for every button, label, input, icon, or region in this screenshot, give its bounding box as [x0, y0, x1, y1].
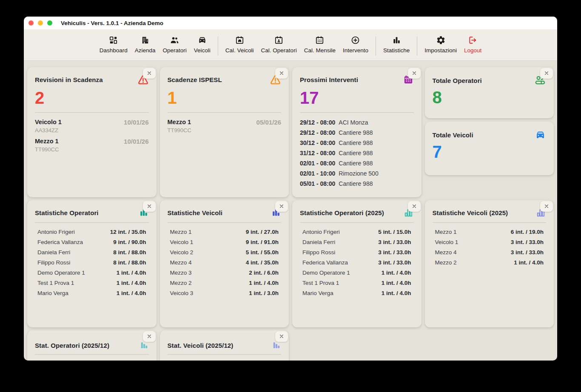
calendar-vehicle-icon	[235, 35, 245, 45]
stats-list: Antonio Frigeri5 int. / 15.0h Daniela Fe…	[300, 227, 414, 298]
toolbar-item-logout[interactable]: Logout	[464, 35, 481, 60]
close-icon	[279, 203, 284, 210]
close-card-button[interactable]	[275, 331, 288, 342]
card-scadenze-ispesl: Scadenze ISPESL 1 Mezzo 1TT990CC 05/01/2…	[160, 67, 289, 197]
toolbar-item-label: Logout	[464, 47, 481, 54]
stat-row: Filippo Rossi3 int. / 33.0h	[302, 247, 411, 258]
toolbar-item-operatori[interactable]: Operatori	[162, 35, 186, 60]
toolbar-item-cal-mensile[interactable]: Cal. Mensile	[304, 35, 336, 60]
close-icon	[279, 333, 284, 340]
divider	[168, 354, 282, 355]
card-title: Statistiche Veicoli	[168, 209, 222, 216]
close-card-button[interactable]	[143, 68, 156, 79]
stat-row: Mezzo 32 int. / 6.0h	[170, 268, 279, 278]
close-card-button[interactable]	[275, 68, 288, 79]
toolbar-item-label: Azienda	[135, 47, 156, 54]
stat-row: Mezzo 43 int. / 33.0h	[435, 247, 544, 258]
card-stat-veicoli-mese: Stat. Veicoli (2025/12)	[160, 330, 289, 361]
interventi-list: 29/12 - 08:00ACI Monza 29/12 - 08:00Cant…	[300, 117, 414, 189]
card-count: 17	[300, 90, 414, 106]
close-card-button[interactable]	[143, 331, 156, 342]
close-icon	[544, 70, 549, 77]
toolbar-divider	[417, 37, 417, 56]
totals-stack: Totale Operatori 8 Totale Veicoli 7	[425, 67, 554, 197]
toolbar: DashboardAziendaOperatoriVeicoliCal. Vei…	[24, 29, 557, 61]
card-title: Revisioni in Scadenza	[35, 76, 103, 83]
card-statistiche-veicoli-2025: Statistiche Veicoli (2025) Mezzo 16 int.…	[425, 200, 554, 327]
close-icon	[279, 70, 284, 77]
stat-row: Mezzo 19 int. / 27.0h	[170, 227, 279, 237]
divider	[35, 112, 149, 113]
toolbar-item-cal-veicoli[interactable]: Cal. Veicoli	[225, 35, 254, 60]
vehicle-icon	[197, 35, 207, 45]
building-icon	[140, 35, 150, 45]
vehicle-row: Veicolo 1AA334ZZ 10/01/26	[35, 119, 149, 134]
divider	[300, 222, 414, 223]
toolbar-item-label: Cal. Veicoli	[225, 47, 254, 54]
card-title: Totale Veicoli	[433, 131, 473, 139]
close-card-button[interactable]	[275, 201, 288, 212]
vehicle-list: Veicolo 1AA334ZZ 10/01/26 Mezzo 1TT990CC…	[35, 119, 149, 153]
vehicle-row: Mezzo 1TT990CC 05/01/26	[168, 119, 282, 134]
card-title: Prossimi Interventi	[300, 76, 358, 83]
toolbar-item-label: Operatori	[162, 47, 186, 54]
divider	[168, 222, 282, 223]
close-icon	[147, 333, 151, 340]
card-title: Statistiche Veicoli (2025)	[433, 209, 508, 216]
card-title: Stat. Operatori (2025/12)	[35, 342, 109, 349]
calendar-operator-icon	[274, 35, 284, 45]
intervento-row: 31/12 - 08:00Cantiere 988	[300, 148, 414, 158]
stat-row: Test 1 Prova 11 int. / 4.0h	[37, 278, 146, 288]
stat-row: Demo Operatore 11 int. / 4.0h	[37, 268, 146, 278]
stats-list: Mezzo 19 int. / 27.0h Veicolo 19 int. / …	[168, 227, 282, 298]
stat-row: Veicolo 19 int. / 91.0h	[170, 237, 279, 247]
toolbar-item-label: Veicoli	[194, 47, 211, 54]
toolbar-item-statistiche[interactable]: Statistiche	[383, 35, 410, 60]
close-window-button[interactable]	[28, 20, 34, 26]
toolbar-item-veicoli[interactable]: Veicoli	[194, 35, 211, 60]
close-card-button[interactable]	[408, 201, 421, 212]
intervento-row: 29/12 - 08:00Cantiere 988	[300, 128, 414, 138]
minimize-window-button[interactable]	[38, 20, 43, 26]
stat-row: Daniela Ferri3 int. / 33.0h	[302, 237, 411, 247]
bar-chart-icon	[272, 341, 281, 350]
card-totale-veicoli: Totale Veicoli 7	[425, 122, 554, 175]
stat-row: Veicolo 31 int. / 3.0h	[170, 288, 279, 298]
toolbar-item-label: Intervento	[343, 47, 368, 54]
close-card-button[interactable]	[540, 201, 553, 212]
stat-row: Antonio Frigeri12 int. / 35.0h	[37, 227, 146, 237]
toolbar-item-label: Cal. Mensile	[304, 47, 336, 54]
card-count: 1	[168, 90, 282, 106]
stat-row: Mezzo 21 int. / 4.0h	[435, 258, 544, 268]
toolbar-item-azienda[interactable]: Azienda	[135, 35, 156, 60]
toolbar-item-impostazioni[interactable]: Impostazioni	[424, 35, 457, 60]
card-title: Stat. Veicoli (2025/12)	[168, 342, 234, 349]
stat-row: Mezzo 16 int. / 19.0h	[435, 227, 544, 237]
card-count: 2	[35, 90, 149, 106]
card-statistiche-operatori-2025: Statistiche Operatori (2025) Antonio Fri…	[292, 200, 422, 327]
calendar-month-icon	[315, 35, 325, 45]
close-card-button[interactable]	[408, 68, 421, 79]
card-title: Statistiche Operatori (2025)	[300, 209, 384, 216]
toolbar-item-label: Cal. Operatori	[261, 47, 297, 54]
close-icon	[412, 203, 416, 210]
card-count: 8	[433, 89, 547, 105]
close-card-button[interactable]	[143, 201, 156, 212]
intervento-row: 05/01 - 08:00Cantiere 988	[300, 179, 414, 189]
traffic-lights	[28, 20, 52, 26]
stat-row: Mario Verga1 int. / 4.0h	[37, 288, 146, 298]
stat-row: Federica Vallanza3 int. / 33.0h	[302, 258, 411, 268]
toolbar-item-intervento[interactable]: Intervento	[343, 35, 368, 60]
intervento-row: 02/01 - 10:00Rimozione 500	[300, 168, 414, 179]
toolbar-item-dashboard[interactable]: Dashboard	[100, 35, 128, 60]
zoom-window-button[interactable]	[47, 20, 52, 26]
intervento-row: 02/01 - 08:00Cantiere 988	[300, 158, 414, 168]
car-icon	[535, 129, 546, 141]
stat-row: Mezzo 21 int. / 4.0h	[170, 278, 279, 288]
desktop-background: Vehiculis - Vers. 1.0.1 - Azienda Demo D…	[0, 0, 581, 392]
toolbar-divider	[218, 37, 218, 56]
toolbar-item-cal-operatori[interactable]: Cal. Operatori	[261, 35, 297, 60]
app-window: Vehiculis - Vers. 1.0.1 - Azienda Demo D…	[24, 17, 557, 361]
vehicle-row: Mezzo 1TT990CC 10/01/26	[35, 138, 149, 153]
close-card-button[interactable]	[540, 68, 553, 79]
